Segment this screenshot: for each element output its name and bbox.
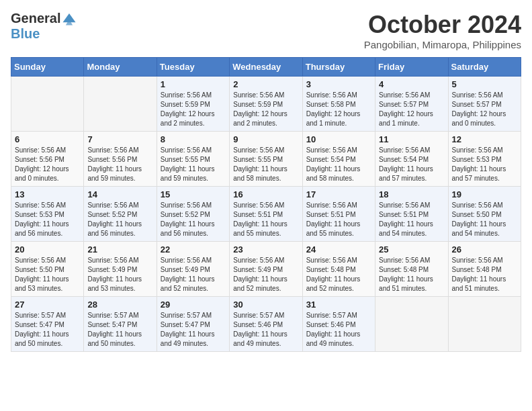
- day-number: 6: [15, 134, 80, 144]
- column-header-monday: Monday: [84, 58, 157, 77]
- calendar-cell: 29Sunrise: 5:57 AM Sunset: 5:47 PM Dayli…: [157, 297, 229, 352]
- calendar-cell: 13Sunrise: 5:56 AM Sunset: 5:53 PM Dayli…: [11, 187, 84, 242]
- day-info: Sunrise: 5:56 AM Sunset: 5:56 PM Dayligh…: [15, 146, 80, 183]
- day-info: Sunrise: 5:56 AM Sunset: 5:51 PM Dayligh…: [233, 201, 298, 238]
- day-info: Sunrise: 5:56 AM Sunset: 5:55 PM Dayligh…: [161, 146, 226, 183]
- header: General Blue October 2024 Pangobilian, M…: [11, 11, 521, 50]
- day-info: Sunrise: 5:56 AM Sunset: 5:54 PM Dayligh…: [379, 146, 444, 183]
- day-number: 14: [87, 189, 152, 199]
- day-number: 1: [161, 79, 226, 89]
- day-info: Sunrise: 5:57 AM Sunset: 5:47 PM Dayligh…: [87, 311, 152, 349]
- day-info: Sunrise: 5:56 AM Sunset: 5:58 PM Dayligh…: [306, 91, 371, 128]
- day-number: 17: [306, 189, 371, 199]
- day-number: 31: [306, 300, 371, 310]
- day-number: 30: [233, 300, 298, 310]
- day-number: 23: [233, 244, 298, 255]
- day-number: 19: [452, 189, 517, 199]
- day-number: 9: [233, 134, 298, 144]
- calendar-cell: 3Sunrise: 5:56 AM Sunset: 5:58 PM Daylig…: [302, 77, 375, 132]
- calendar-cell: 17Sunrise: 5:56 AM Sunset: 5:51 PM Dayli…: [302, 187, 375, 242]
- calendar-cell: [11, 77, 84, 132]
- calendar-cell: 18Sunrise: 5:56 AM Sunset: 5:51 PM Dayli…: [375, 187, 448, 242]
- calendar-cell: 26Sunrise: 5:56 AM Sunset: 5:48 PM Dayli…: [448, 242, 521, 297]
- calendar-cell: 16Sunrise: 5:56 AM Sunset: 5:51 PM Dayli…: [230, 187, 302, 242]
- day-number: 5: [452, 79, 517, 89]
- column-header-saturday: Saturday: [448, 58, 521, 77]
- calendar-cell: 8Sunrise: 5:56 AM Sunset: 5:55 PM Daylig…: [157, 132, 229, 187]
- calendar-cell: 27Sunrise: 5:57 AM Sunset: 5:47 PM Dayli…: [11, 297, 84, 352]
- calendar-cell: 9Sunrise: 5:56 AM Sunset: 5:55 PM Daylig…: [230, 132, 302, 187]
- day-number: 27: [15, 300, 80, 310]
- day-info: Sunrise: 5:56 AM Sunset: 5:48 PM Dayligh…: [452, 256, 517, 293]
- day-number: 21: [87, 244, 152, 255]
- column-header-sunday: Sunday: [11, 58, 84, 77]
- calendar-cell: 31Sunrise: 5:57 AM Sunset: 5:46 PM Dayli…: [302, 297, 375, 352]
- day-info: Sunrise: 5:56 AM Sunset: 5:51 PM Dayligh…: [306, 201, 371, 238]
- title-block: October 2024 Pangobilian, Mimaropa, Phil…: [364, 11, 521, 50]
- day-info: Sunrise: 5:56 AM Sunset: 5:57 PM Dayligh…: [452, 91, 517, 128]
- day-number: 3: [306, 79, 371, 89]
- column-header-wednesday: Wednesday: [230, 58, 302, 77]
- location-subtitle: Pangobilian, Mimaropa, Philippines: [364, 39, 521, 50]
- day-number: 25: [379, 244, 444, 255]
- calendar-cell: 2Sunrise: 5:56 AM Sunset: 5:59 PM Daylig…: [230, 77, 302, 132]
- day-info: Sunrise: 5:56 AM Sunset: 5:50 PM Dayligh…: [15, 256, 80, 293]
- day-info: Sunrise: 5:56 AM Sunset: 5:52 PM Dayligh…: [87, 201, 152, 238]
- day-info: Sunrise: 5:56 AM Sunset: 5:49 PM Dayligh…: [87, 256, 152, 293]
- day-info: Sunrise: 5:56 AM Sunset: 5:56 PM Dayligh…: [87, 146, 152, 183]
- day-number: 24: [306, 244, 371, 255]
- calendar-table: SundayMondayTuesdayWednesdayThursdayFrid…: [11, 57, 521, 352]
- day-number: 28: [87, 300, 152, 310]
- day-number: 2: [233, 79, 298, 89]
- day-number: 15: [161, 189, 226, 199]
- calendar-cell: 15Sunrise: 5:56 AM Sunset: 5:52 PM Dayli…: [157, 187, 229, 242]
- calendar-cell: 20Sunrise: 5:56 AM Sunset: 5:50 PM Dayli…: [11, 242, 84, 297]
- calendar-cell: 23Sunrise: 5:56 AM Sunset: 5:49 PM Dayli…: [230, 242, 302, 297]
- day-info: Sunrise: 5:56 AM Sunset: 5:53 PM Dayligh…: [15, 201, 80, 238]
- day-number: 12: [452, 134, 517, 144]
- calendar-cell: 22Sunrise: 5:56 AM Sunset: 5:49 PM Dayli…: [157, 242, 229, 297]
- calendar-cell: 21Sunrise: 5:56 AM Sunset: 5:49 PM Dayli…: [84, 242, 157, 297]
- calendar-cell: 28Sunrise: 5:57 AM Sunset: 5:47 PM Dayli…: [84, 297, 157, 352]
- day-info: Sunrise: 5:56 AM Sunset: 5:48 PM Dayligh…: [306, 256, 371, 293]
- day-info: Sunrise: 5:56 AM Sunset: 5:53 PM Dayligh…: [452, 146, 517, 183]
- day-info: Sunrise: 5:56 AM Sunset: 5:59 PM Dayligh…: [233, 91, 298, 128]
- day-info: Sunrise: 5:56 AM Sunset: 5:51 PM Dayligh…: [379, 201, 444, 238]
- column-header-tuesday: Tuesday: [157, 58, 229, 77]
- month-title: October 2024: [364, 11, 521, 39]
- calendar-cell: 10Sunrise: 5:56 AM Sunset: 5:54 PM Dayli…: [302, 132, 375, 187]
- calendar-cell: 4Sunrise: 5:56 AM Sunset: 5:57 PM Daylig…: [375, 77, 448, 132]
- calendar-cell: [375, 297, 448, 352]
- column-header-thursday: Thursday: [302, 58, 375, 77]
- day-number: 20: [15, 244, 80, 255]
- day-info: Sunrise: 5:56 AM Sunset: 5:52 PM Dayligh…: [161, 201, 226, 238]
- day-number: 8: [161, 134, 226, 144]
- logo-icon: [62, 11, 77, 26]
- day-info: Sunrise: 5:56 AM Sunset: 5:59 PM Dayligh…: [161, 91, 226, 128]
- day-number: 7: [87, 134, 152, 144]
- day-info: Sunrise: 5:57 AM Sunset: 5:47 PM Dayligh…: [15, 311, 80, 349]
- calendar-cell: 30Sunrise: 5:57 AM Sunset: 5:46 PM Dayli…: [230, 297, 302, 352]
- day-info: Sunrise: 5:56 AM Sunset: 5:48 PM Dayligh…: [379, 256, 444, 293]
- day-info: Sunrise: 5:57 AM Sunset: 5:46 PM Dayligh…: [233, 311, 298, 349]
- day-info: Sunrise: 5:57 AM Sunset: 5:46 PM Dayligh…: [306, 311, 371, 349]
- calendar-cell: 7Sunrise: 5:56 AM Sunset: 5:56 PM Daylig…: [84, 132, 157, 187]
- calendar-cell: 1Sunrise: 5:56 AM Sunset: 5:59 PM Daylig…: [157, 77, 229, 132]
- day-number: 11: [379, 134, 444, 144]
- calendar-cell: 24Sunrise: 5:56 AM Sunset: 5:48 PM Dayli…: [302, 242, 375, 297]
- calendar-cell: [448, 297, 521, 352]
- calendar-cell: 19Sunrise: 5:56 AM Sunset: 5:50 PM Dayli…: [448, 187, 521, 242]
- calendar-cell: 25Sunrise: 5:56 AM Sunset: 5:48 PM Dayli…: [375, 242, 448, 297]
- day-info: Sunrise: 5:56 AM Sunset: 5:57 PM Dayligh…: [379, 91, 444, 128]
- day-number: 4: [379, 79, 444, 89]
- calendar-cell: [84, 77, 157, 132]
- day-info: Sunrise: 5:56 AM Sunset: 5:49 PM Dayligh…: [161, 256, 226, 293]
- day-number: 13: [15, 189, 80, 199]
- day-info: Sunrise: 5:57 AM Sunset: 5:47 PM Dayligh…: [161, 311, 226, 349]
- day-info: Sunrise: 5:56 AM Sunset: 5:50 PM Dayligh…: [452, 201, 517, 238]
- calendar-cell: 12Sunrise: 5:56 AM Sunset: 5:53 PM Dayli…: [448, 132, 521, 187]
- day-number: 16: [233, 189, 298, 199]
- day-number: 29: [161, 300, 226, 310]
- calendar-cell: 5Sunrise: 5:56 AM Sunset: 5:57 PM Daylig…: [448, 77, 521, 132]
- day-info: Sunrise: 5:56 AM Sunset: 5:49 PM Dayligh…: [233, 256, 298, 293]
